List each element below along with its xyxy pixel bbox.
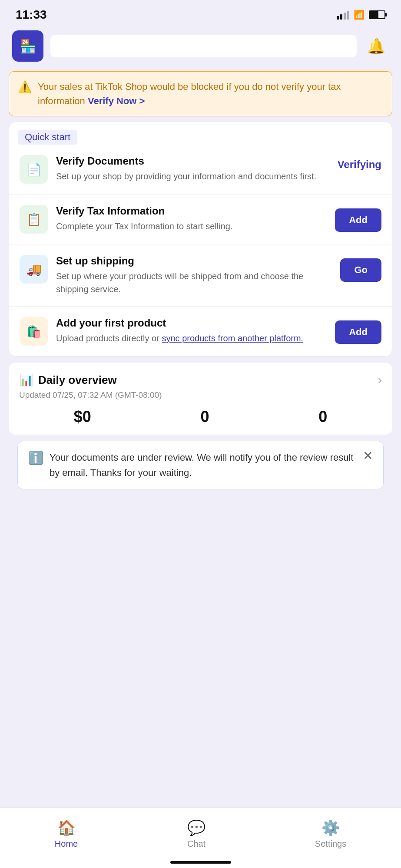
add-product-action[interactable]: Add (335, 317, 381, 344)
nav-settings-label: Settings (315, 839, 346, 849)
quick-start-card: Quick start 📄 Verify Documents Set up yo… (9, 122, 392, 356)
add-product-content: Add your first product Upload products d… (56, 317, 327, 345)
setup-shipping-desc: Set up where your products will be shipp… (56, 270, 332, 296)
daily-overview-updated: Updated 07/25, 07:32 AM (GMT-08:00) (19, 390, 382, 400)
signal-icon (337, 10, 349, 20)
home-indicator (170, 861, 231, 864)
verify-now-link[interactable]: Verify Now > (88, 96, 145, 106)
status-time: 11:33 (16, 8, 47, 22)
verify-tax-item: 📋 Verify Tax Information Complete your T… (9, 195, 392, 244)
verify-documents-title: Verify Documents (56, 155, 330, 167)
header: 🏪 🔔 (0, 26, 401, 66)
status-icons: 📶 (337, 10, 385, 20)
daily-overview-icon: 📊 (19, 373, 33, 387)
daily-overview-title: Daily overview (38, 373, 117, 387)
verify-documents-item: 📄 Verify Documents Set up your shop by p… (9, 145, 392, 195)
daily-stat-orders: 0 (200, 408, 209, 426)
shop-logo-icon: 🏪 (20, 39, 36, 54)
setup-shipping-item: 🚚 Set up shipping Set up where your prod… (9, 244, 392, 307)
daily-overview-header[interactable]: 📊 Daily overview › (19, 373, 382, 387)
notification-text: Your documents are under review. We will… (50, 450, 357, 480)
tax-warning-banner: ⚠️ Your sales at TikTok Shop would be bl… (9, 71, 392, 116)
daily-overview-stats: $0 0 0 (19, 408, 382, 435)
nav-home-label: Home (55, 839, 78, 849)
verify-documents-action: Verifying (338, 155, 381, 171)
verify-documents-icon: 📄 (20, 155, 48, 184)
notification-area: ℹ️ Your documents are under review. We w… (9, 441, 392, 489)
quick-start-label: Quick start (18, 130, 77, 145)
verify-documents-desc: Set up your shop by providing your infor… (56, 170, 330, 183)
daily-overview-chevron: › (378, 373, 382, 387)
settings-icon: ⚙️ (321, 819, 340, 836)
notification-bell-button[interactable]: 🔔 (364, 34, 389, 58)
nav-settings[interactable]: ⚙️ Settings (298, 815, 364, 852)
info-icon: ℹ️ (28, 451, 43, 465)
bottom-nav: 🏠 Home 💬 Chat ⚙️ Settings (0, 807, 401, 868)
close-notification-button[interactable]: ✕ (363, 450, 373, 462)
daily-title-row: 📊 Daily overview (19, 373, 117, 387)
wifi-icon: 📶 (354, 10, 365, 20)
daily-stat-visitors: 0 (318, 408, 327, 426)
status-bar: 11:33 📶 (0, 0, 401, 26)
bell-icon: 🔔 (367, 38, 385, 54)
daily-overview-card: 📊 Daily overview › Updated 07/25, 07:32 … (9, 363, 392, 435)
daily-stat-revenue: $0 (74, 408, 91, 426)
setup-shipping-content: Set up shipping Set up where your produc… (56, 255, 332, 296)
verify-tax-title: Verify Tax Information (56, 205, 327, 217)
battery-icon (369, 10, 385, 19)
verifying-status: Verifying (338, 158, 381, 171)
verify-documents-content: Verify Documents Set up your shop by pro… (56, 155, 330, 183)
nav-chat-label: Chat (187, 839, 205, 849)
verify-tax-content: Verify Tax Information Complete your Tax… (56, 205, 327, 233)
add-product-title: Add your first product (56, 317, 327, 329)
verify-tax-icon: 📋 (20, 205, 48, 234)
home-icon: 🏠 (57, 819, 76, 836)
nav-chat[interactable]: 💬 Chat (170, 815, 223, 852)
warning-icon: ⚠️ (18, 80, 32, 94)
verify-tax-action[interactable]: Add (335, 205, 381, 232)
add-product-icon: 🛍️ (20, 317, 48, 346)
setup-shipping-title: Set up shipping (56, 255, 332, 267)
add-tax-button[interactable]: Add (335, 208, 381, 232)
search-bar[interactable] (50, 35, 357, 57)
verify-tax-desc: Complete your Tax Information to start s… (56, 220, 327, 233)
add-product-button[interactable]: Add (335, 320, 381, 344)
setup-shipping-action[interactable]: Go (340, 255, 381, 282)
chat-icon: 💬 (187, 819, 205, 836)
sync-products-link[interactable]: sync products from another platform. (162, 333, 303, 343)
review-notification-banner: ℹ️ Your documents are under review. We w… (17, 441, 384, 489)
warning-text: Your sales at TikTok Shop would be block… (38, 79, 383, 108)
setup-shipping-icon: 🚚 (20, 255, 48, 284)
add-product-desc: Upload products directly or sync product… (56, 332, 327, 345)
go-shipping-button[interactable]: Go (340, 258, 381, 282)
nav-home[interactable]: 🏠 Home (37, 815, 95, 852)
logo-box: 🏪 (12, 30, 43, 62)
add-product-item: 🛍️ Add your first product Upload product… (9, 307, 392, 356)
